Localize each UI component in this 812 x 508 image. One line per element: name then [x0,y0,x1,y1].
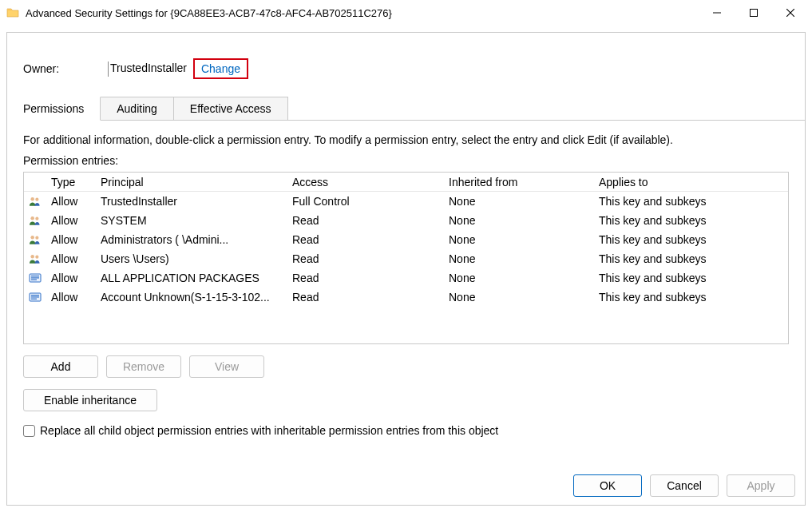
package-icon [24,272,46,284]
svg-rect-15 [31,296,39,297]
cell-access: Read [287,252,444,265]
cell-inherited: None [444,272,594,284]
tab-permissions[interactable]: Permissions [7,97,101,121]
entries-label: Permission entries: [23,154,789,167]
col-principal[interactable]: Principal [96,176,287,189]
col-inherited[interactable]: Inherited from [444,176,594,189]
change-owner-link[interactable]: Change [193,58,248,79]
tab-bar: Permissions Auditing Effective Access [7,97,805,121]
cell-type: Allow [46,272,96,284]
col-applies[interactable]: Applies to [594,176,788,189]
add-button[interactable]: Add [23,355,98,378]
col-access[interactable]: Access [287,176,444,189]
svg-rect-11 [31,277,39,278]
svg-point-2 [35,198,38,201]
cell-type: Allow [46,233,96,246]
cell-applies: This key and subkeys [594,272,788,284]
folder-icon [6,6,19,19]
ok-button[interactable]: OK [573,474,642,497]
package-icon [24,292,46,303]
table-row[interactable]: AllowTrustedInstallerFull ControlNoneThi… [24,192,788,211]
cell-inherited: None [444,214,594,227]
cell-applies: This key and subkeys [594,252,788,265]
col-type[interactable]: Type [46,176,96,189]
svg-point-1 [30,197,34,201]
cell-inherited: None [444,233,594,246]
replace-checkbox-row[interactable]: Replace all child object permission entr… [23,424,789,437]
action-buttons: Add Remove View [23,355,789,378]
cell-principal: Users \Users) [96,252,287,265]
svg-point-7 [30,255,34,259]
svg-point-8 [35,256,38,259]
cell-principal: Administrators ( \Admini... [96,233,287,246]
cell-principal: TrustedInstaller [96,195,287,208]
cell-inherited: None [444,195,594,208]
maximize-button[interactable] [735,1,772,25]
cell-principal: Account Unknown(S-1-15-3-102... [96,291,287,304]
cell-type: Allow [46,291,96,304]
table-row[interactable]: AllowUsers \Users)ReadNoneThis key and s… [24,249,788,268]
view-button: View [189,355,264,378]
cell-access: Read [287,214,444,227]
cell-applies: This key and subkeys [594,291,788,304]
dialog-footer: OK Cancel Apply [573,474,795,497]
info-text: For additional information, double-click… [23,133,789,146]
tab-auditing[interactable]: Auditing [101,97,174,120]
users-icon [24,196,46,207]
cancel-button[interactable]: Cancel [650,474,719,497]
close-button[interactable] [772,1,809,25]
cell-inherited: None [444,252,594,265]
cell-applies: This key and subkeys [594,233,788,246]
apply-button: Apply [727,474,795,497]
users-icon [24,253,46,264]
replace-checkbox[interactable] [23,425,35,437]
cell-type: Allow [46,195,96,208]
svg-rect-10 [31,276,39,276]
table-row[interactable]: AllowALL APPLICATION PACKAGESReadNoneThi… [24,268,788,288]
cell-type: Allow [46,214,96,227]
svg-rect-0 [751,10,758,17]
cell-inherited: None [444,291,594,304]
replace-label: Replace all child object permission entr… [40,424,498,437]
table-header: Type Principal Access Inherited from App… [24,173,788,192]
table-row[interactable]: AllowSYSTEMReadNoneThis key and subkeys [24,211,788,230]
tab-effective-access[interactable]: Effective Access [174,97,288,120]
cell-access: Read [287,233,444,246]
svg-point-4 [35,217,38,220]
svg-point-5 [30,236,34,240]
cell-access: Read [287,272,444,284]
enable-inheritance-button[interactable]: Enable inheritance [23,389,157,411]
minimize-button[interactable] [699,1,735,25]
cell-principal: SYSTEM [96,214,287,227]
titlebar: Advanced Security Settings for {9CA88EE3… [0,0,812,26]
svg-point-3 [30,216,34,220]
owner-value: TrustedInstaller [108,62,187,77]
cell-type: Allow [46,252,96,265]
users-icon [24,215,46,226]
owner-label: Owner: [23,62,108,75]
window-title: Advanced Security Settings for {9CA88EE3… [26,7,392,19]
owner-row: Owner: TrustedInstaller Change [23,58,792,79]
svg-rect-16 [31,299,37,300]
cell-access: Full Control [287,195,444,208]
svg-rect-14 [31,295,39,296]
cell-principal: ALL APPLICATION PACKAGES [96,272,287,284]
permissions-table: Type Principal Access Inherited from App… [23,172,789,344]
table-row[interactable]: AllowAccount Unknown(S-1-15-3-102...Read… [24,288,788,307]
table-row[interactable]: AllowAdministrators ( \Admini...ReadNone… [24,230,788,249]
dialog-frame: Owner: TrustedInstaller Change Permissio… [6,32,806,506]
cell-applies: This key and subkeys [594,195,788,208]
cell-access: Read [287,291,444,304]
users-icon [24,234,46,245]
svg-rect-12 [31,280,37,280]
svg-point-6 [35,236,38,240]
cell-applies: This key and subkeys [594,214,788,227]
remove-button: Remove [106,355,181,378]
